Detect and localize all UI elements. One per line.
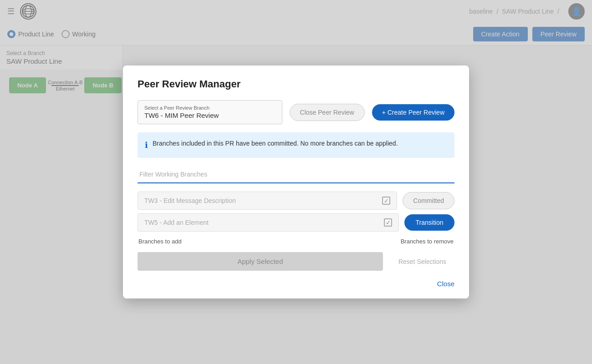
- branch-list: TW3 - Edit Message Description ✓ Committ…: [138, 192, 454, 232]
- reset-selections-button[interactable]: Reset Selections: [390, 253, 454, 271]
- branch-checkbox-1[interactable]: ✓: [382, 197, 390, 205]
- checkmark-icon-2: ✓: [386, 219, 391, 226]
- checkmark-icon-1: ✓: [384, 197, 389, 204]
- branch-item-1: TW3 - Edit Message Description ✓: [138, 192, 397, 210]
- pr-branch-select-value: TW6 - MIM Peer Review: [144, 111, 276, 119]
- branch-row-2: TW5 - Add an Element ✓ Transition: [138, 213, 454, 232]
- close-peer-review-button[interactable]: Close Peer Review: [290, 104, 365, 121]
- modal-bottom-buttons: Apply Selected Reset Selections: [138, 252, 454, 271]
- branch-name-2: TW5 - Add an Element: [144, 219, 209, 226]
- pr-branch-select[interactable]: Select a Peer Review Branch TW6 - MIM Pe…: [138, 100, 282, 124]
- committed-button-1[interactable]: Committed: [403, 192, 454, 209]
- modal-overlay: Peer Review Manager Select a Peer Review…: [0, 0, 592, 364]
- close-modal-button[interactable]: Close: [437, 280, 454, 288]
- pr-branch-select-label: Select a Peer Review Branch: [144, 105, 276, 111]
- branch-row-1: TW3 - Edit Message Description ✓ Committ…: [138, 192, 454, 210]
- transition-button-2[interactable]: Transition: [404, 214, 454, 231]
- filter-input-wrap: [138, 166, 454, 183]
- modal-close-footer: Close: [138, 280, 454, 288]
- peer-review-modal: Peer Review Manager Select a Peer Review…: [123, 66, 469, 298]
- apply-selected-button[interactable]: Apply Selected: [138, 252, 383, 271]
- footer-label-left: Branches to add: [138, 238, 182, 245]
- modal-title: Peer Review Manager: [138, 78, 454, 90]
- info-icon: ℹ: [145, 139, 148, 152]
- create-peer-review-button[interactable]: + Create Peer Review: [372, 104, 454, 121]
- footer-label-right: Branches to remove: [401, 238, 454, 245]
- info-banner: ℹ Branches included in this PR have been…: [138, 132, 454, 158]
- branch-footer-labels: Branches to add Branches to remove: [138, 238, 454, 245]
- pr-branch-row: Select a Peer Review Branch TW6 - MIM Pe…: [138, 100, 454, 124]
- info-banner-text: Branches included in this PR have been c…: [153, 139, 398, 148]
- branch-name-1: TW3 - Edit Message Description: [144, 197, 236, 204]
- branch-checkbox-2[interactable]: ✓: [384, 218, 392, 227]
- branch-item-2: TW5 - Add an Element ✓: [138, 213, 399, 232]
- filter-input[interactable]: [138, 166, 454, 182]
